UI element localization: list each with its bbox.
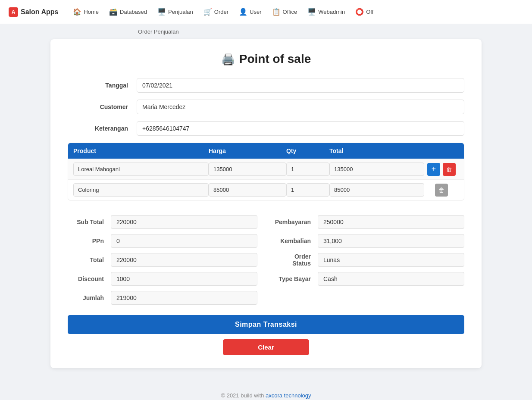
discount-input[interactable] (111, 272, 257, 286)
jumlah-input[interactable] (111, 291, 257, 305)
row-actions-2: 🗑 (424, 184, 459, 197)
customer-label: Customer (68, 103, 137, 110)
nav-webadmin[interactable]: 🖥️ Webadmin (303, 5, 349, 19)
nav-user-label: User (250, 9, 261, 15)
keterangan-group: Keterangan (68, 121, 464, 136)
breadcrumb: Order Penjualan (0, 24, 532, 39)
breadcrumb-text: Order Penjualan (138, 28, 179, 35)
order-status-input[interactable] (318, 253, 464, 267)
subtotal-label: Sub Total (68, 219, 111, 225)
type-bayar-input[interactable] (318, 272, 464, 286)
page-title: 🖨️ Point of sale (68, 52, 464, 66)
order-icon: 🛒 (203, 8, 212, 16)
product-input-2[interactable] (73, 183, 209, 197)
total-label: Total (68, 256, 111, 263)
ppn-row: PPn (68, 234, 257, 248)
nav-databased-label: Databased (120, 9, 147, 15)
total-row: Total (68, 253, 257, 267)
ppn-label: PPn (68, 237, 111, 244)
nav-office[interactable]: 📋 Office (268, 5, 302, 19)
product-input-1[interactable] (73, 162, 209, 176)
pembayaran-input[interactable] (318, 215, 464, 229)
summary-section: Sub Total PPn Total Discount Jumlah (68, 211, 464, 305)
nav-penjualan[interactable]: 🖥️ Penjualan (153, 5, 197, 19)
table-row: 🗑 (68, 179, 464, 200)
nav-office-label: Office (283, 9, 297, 15)
subtotal-row: Sub Total (68, 215, 257, 229)
office-icon: 📋 (272, 8, 281, 16)
keterangan-input[interactable] (137, 121, 464, 136)
pos-icon: 🖨️ (221, 53, 235, 66)
col-qty: Qty (286, 147, 329, 154)
clear-button[interactable]: Clear (223, 339, 309, 355)
webadmin-icon: 🖥️ (307, 8, 316, 16)
total-input[interactable] (111, 253, 257, 267)
col-actions (424, 147, 459, 154)
total-input-2[interactable] (329, 183, 424, 197)
brand-name: Salon Apps (21, 8, 58, 16)
footer: © 2021 build with axcora technology (0, 385, 532, 400)
col-total: Total (329, 147, 424, 154)
type-bayar-label: Type Bayar (275, 275, 318, 282)
tanggal-input[interactable] (137, 78, 464, 93)
nav-order[interactable]: 🛒 Order (199, 5, 233, 19)
row-actions-1: + 🗑 (424, 163, 459, 176)
nav-penjualan-label: Penjualan (168, 9, 193, 15)
nav-home-label: Home (84, 9, 99, 15)
customer-input[interactable] (137, 100, 464, 114)
main-container: 🖨️ Point of sale Tanggal Customer Ketera… (0, 39, 532, 381)
harga-input-2[interactable] (209, 183, 286, 197)
kembalian-label: Kembalian (275, 237, 318, 244)
penjualan-icon: 🖥️ (157, 8, 166, 16)
nav-databased[interactable]: 🗃️ Databased (105, 5, 151, 19)
tanggal-group: Tanggal (68, 78, 464, 93)
ppn-input[interactable] (111, 234, 257, 248)
nav-off-label: Off (366, 9, 373, 15)
kembalian-input[interactable] (318, 234, 464, 248)
brand: A Salon Apps (9, 7, 58, 17)
col-harga: Harga (209, 147, 286, 154)
total-input-1[interactable] (329, 162, 424, 176)
order-status-row: Order Status (275, 253, 464, 267)
order-status-label: Order Status (275, 253, 318, 267)
keterangan-label: Keterangan (68, 125, 137, 132)
nav-off[interactable]: ⭕ Off (351, 5, 378, 19)
nav-user[interactable]: 👤 User (235, 5, 266, 19)
jumlah-row: Jumlah (68, 291, 257, 305)
simpan-button[interactable]: Simpan Transaksi (68, 315, 464, 334)
harga-input-1[interactable] (209, 162, 286, 176)
subtotal-input[interactable] (111, 215, 257, 229)
nav-webadmin-label: Webadmin (318, 9, 345, 15)
delete-row-button-1[interactable]: 🗑 (443, 163, 456, 176)
jumlah-label: Jumlah (68, 294, 111, 301)
footer-text: © 2021 build with (221, 392, 266, 399)
type-bayar-row: Type Bayar (275, 272, 464, 286)
page-title-text: Point of sale (239, 52, 311, 66)
summary-right: Pembayaran Kembalian Order Status Type B… (275, 215, 464, 305)
pembayaran-row: Pembayaran (275, 215, 464, 229)
off-icon: ⭕ (355, 8, 364, 16)
customer-group: Customer (68, 100, 464, 114)
summary-left: Sub Total PPn Total Discount Jumlah (68, 215, 257, 305)
col-product: Product (73, 147, 209, 154)
nav-order-label: Order (214, 9, 228, 15)
user-icon: 👤 (239, 8, 247, 16)
card: 🖨️ Point of sale Tanggal Customer Ketera… (50, 39, 482, 368)
navbar: A Salon Apps 🏠 Home 🗃️ Databased 🖥️ Penj… (0, 0, 532, 24)
nav-home[interactable]: 🏠 Home (69, 5, 103, 19)
footer-link[interactable]: axcora technology (266, 392, 311, 399)
brand-icon: A (9, 7, 18, 17)
discount-row: Discount (68, 272, 257, 286)
databased-icon: 🗃️ (109, 8, 118, 16)
table-row: + 🗑 (68, 159, 464, 179)
discount-label: Discount (68, 275, 111, 282)
add-row-button[interactable]: + (427, 163, 440, 176)
qty-input-2[interactable] (286, 183, 329, 197)
pembayaran-label: Pembayaran (275, 219, 318, 225)
qty-input-1[interactable] (286, 162, 329, 176)
home-icon: 🏠 (73, 8, 81, 16)
table-header: Product Harga Qty Total (68, 143, 464, 159)
delete-row-button-2[interactable]: 🗑 (435, 184, 448, 197)
tanggal-label: Tanggal (68, 82, 137, 89)
kembalian-row: Kembalian (275, 234, 464, 248)
